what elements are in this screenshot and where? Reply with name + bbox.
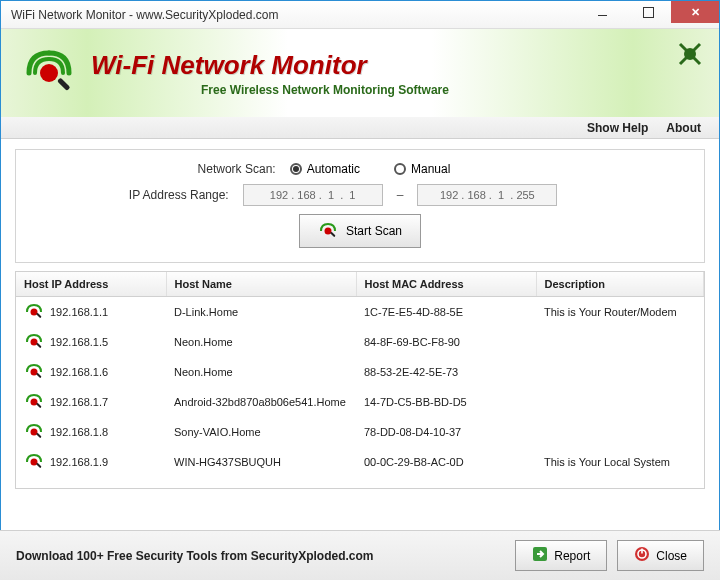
wifi-scan-icon: [318, 221, 338, 241]
banner: Wi-Fi Network Monitor Free Wireless Netw…: [1, 29, 719, 117]
ip-from-input[interactable]: [243, 184, 383, 206]
menu-bar: Show Help About: [1, 117, 719, 139]
show-help-link[interactable]: Show Help: [587, 121, 648, 135]
manual-radio-label: Manual: [411, 162, 450, 176]
range-dash: –: [397, 188, 404, 202]
col-ip[interactable]: Host IP Address: [16, 272, 166, 297]
automatic-radio-label: Automatic: [307, 162, 360, 176]
minimize-button[interactable]: [579, 1, 625, 23]
svg-rect-20: [642, 549, 644, 554]
svg-rect-1: [57, 77, 70, 90]
network-scan-label: Network Scan:: [156, 162, 276, 176]
svg-rect-6: [36, 313, 42, 319]
ip-to-input[interactable]: [417, 184, 557, 206]
footer-text: Download 100+ Free Security Tools from S…: [16, 549, 505, 563]
start-scan-button[interactable]: Start Scan: [299, 214, 421, 248]
pirate-icon: [675, 39, 705, 73]
table-row[interactable]: 192.168.1.1D-Link.Home1C-7E-E5-4D-88-5ET…: [16, 297, 704, 328]
col-name[interactable]: Host Name: [166, 272, 356, 297]
report-icon: [532, 546, 548, 565]
svg-point-0: [40, 64, 58, 82]
svg-point-15: [31, 459, 38, 466]
close-button[interactable]: Close: [617, 540, 704, 571]
wifi-host-icon: [24, 302, 44, 322]
svg-rect-16: [36, 463, 42, 469]
svg-point-13: [31, 429, 38, 436]
report-button[interactable]: Report: [515, 540, 607, 571]
svg-point-7: [31, 339, 38, 346]
wifi-logo-icon: [19, 43, 79, 103]
wifi-host-icon: [24, 332, 44, 352]
report-label: Report: [554, 549, 590, 563]
svg-rect-12: [36, 403, 42, 409]
app-subtitle: Free Wireless Network Monitoring Softwar…: [201, 83, 449, 97]
titlebar: WiFi Network Monitor - www.SecurityXplod…: [1, 1, 719, 29]
ip-range-label: IP Address Range:: [109, 188, 229, 202]
table-row[interactable]: 192.168.1.8Sony-VAIO.Home78-DD-08-D4-10-…: [16, 417, 704, 447]
svg-rect-8: [36, 343, 42, 349]
start-scan-label: Start Scan: [346, 224, 402, 238]
svg-point-11: [31, 399, 38, 406]
manual-radio[interactable]: Manual: [394, 162, 450, 176]
wifi-host-icon: [24, 392, 44, 412]
close-window-button[interactable]: [671, 1, 719, 23]
col-mac[interactable]: Host MAC Address: [356, 272, 536, 297]
window-controls: [579, 1, 719, 28]
svg-point-9: [31, 369, 38, 376]
table-row[interactable]: 192.168.1.9WIN-HG437SBUQUH00-0C-29-B8-AC…: [16, 447, 704, 477]
table-row[interactable]: 192.168.1.7Android-32bd870a8b06e541.Home…: [16, 387, 704, 417]
window-title: WiFi Network Monitor - www.SecurityXplod…: [11, 8, 579, 22]
footer: Download 100+ Free Security Tools from S…: [0, 530, 720, 580]
svg-rect-14: [36, 433, 42, 439]
table-row[interactable]: 192.168.1.5Neon.Home84-8F-69-BC-F8-90: [16, 327, 704, 357]
table-row[interactable]: 192.168.1.6Neon.Home88-53-2E-42-5E-73: [16, 357, 704, 387]
scan-panel: Network Scan: Automatic Manual IP Addres…: [15, 149, 705, 263]
wifi-host-icon: [24, 452, 44, 472]
wifi-host-icon: [24, 362, 44, 382]
svg-point-3: [324, 228, 331, 235]
col-desc[interactable]: Description: [536, 272, 704, 297]
automatic-radio[interactable]: Automatic: [290, 162, 360, 176]
svg-point-5: [31, 309, 38, 316]
svg-point-2: [684, 48, 696, 60]
results-table: Host IP Address Host Name Host MAC Addre…: [15, 271, 705, 489]
svg-rect-4: [330, 232, 336, 238]
close-label: Close: [656, 549, 687, 563]
wifi-host-icon: [24, 422, 44, 442]
about-link[interactable]: About: [666, 121, 701, 135]
svg-rect-10: [36, 373, 42, 379]
maximize-button[interactable]: [625, 1, 671, 23]
power-icon: [634, 546, 650, 565]
app-title: Wi-Fi Network Monitor: [91, 50, 449, 81]
